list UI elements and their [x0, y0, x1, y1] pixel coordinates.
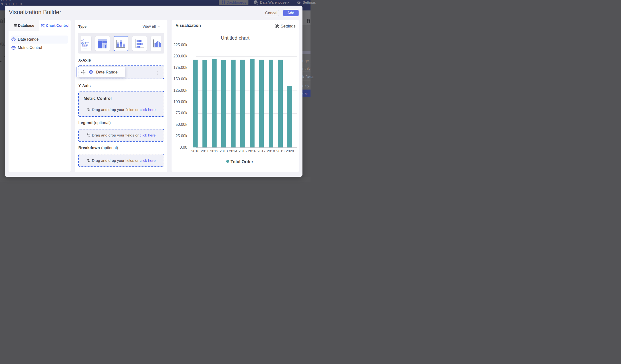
svg-text:Social: Social	[82, 46, 85, 47]
svg-text:Planning: Planning	[85, 42, 88, 43]
svg-text:ming: ming	[81, 47, 82, 48]
svg-text:Distributor: Distributor	[83, 48, 87, 49]
svg-text:Keyword: Keyword	[82, 40, 86, 41]
svg-text:Analytics: Analytics	[83, 39, 87, 40]
svg-text:omen: omen	[85, 46, 87, 47]
